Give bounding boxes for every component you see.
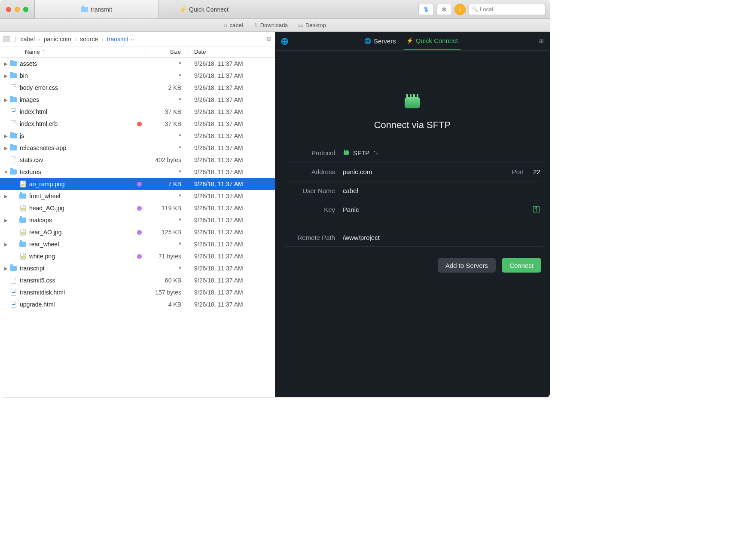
disk-icon[interactable] [3,36,10,42]
sync-button[interactable]: ⇅ [418,4,434,15]
expand-arrow-icon[interactable]: ▶ [3,61,9,66]
file-row[interactable]: white.png71 bytes9/26/18, 11:37 AM [0,250,275,262]
crumb-1[interactable]: panic.com [44,36,71,43]
downloads-icon: ⇩ [253,22,258,28]
file-row[interactable]: ▶js•9/26/18, 11:37 AM [0,130,275,142]
file-row[interactable]: ao_ramp.png7 KB9/26/18, 11:37 AM [0,178,275,190]
remote-tab-servers[interactable]: 🌐Servers [362,32,399,50]
file-row[interactable]: body-error.css2 KB9/26/18, 11:37 AM [0,82,275,94]
file-date: 9/26/18, 11:37 AM [189,181,275,187]
file-name: images [20,96,39,103]
svg-rect-4 [417,94,418,98]
expand-arrow-icon[interactable]: ▶ [3,98,9,102]
column-name[interactable]: Name˄ [0,46,146,57]
connect-button[interactable]: Connect [502,258,541,273]
crumb-3[interactable]: transmit [107,36,128,43]
file-row[interactable]: ▶releasenotes-app•9/26/18, 11:37 AM [0,142,275,154]
row-address: Address panic.com Port 22 [285,163,543,181]
minimize-window-button[interactable] [15,7,20,12]
tab-quick-connect[interactable]: ⚡ Quick Connect [159,0,249,18]
expand-arrow-icon[interactable]: ▶ [3,242,9,247]
file-row[interactable]: ▶assets•9/26/18, 11:37 AM [0,58,275,70]
svg-rect-8 [348,150,348,151]
file-name: white.png [29,253,55,260]
address-field[interactable]: panic.com Port 22 [343,168,543,175]
expand-arrow-icon[interactable]: ▶ [3,134,9,138]
crumb-0[interactable]: cabel [21,36,35,43]
file-row[interactable]: upgrade.html4 KB9/26/18, 11:37 AM [0,298,275,310]
file-size: • [146,72,189,79]
expand-arrow-icon[interactable]: ▶ [3,194,9,199]
file-size: • [146,96,189,103]
remotepath-field[interactable]: /www/project [343,234,543,241]
row-remotepath: Remote Path /www/project [285,228,543,247]
crumb-2[interactable]: source [80,36,98,43]
username-field[interactable]: cabel [343,187,543,194]
add-to-servers-button[interactable]: Add to Servers [438,258,496,273]
favorite-downloads[interactable]: ⇩Downloads [253,22,288,28]
file-date: 9/26/18, 11:37 AM [189,205,275,212]
favorite-desktop[interactable]: ▭Desktop [298,22,326,28]
close-window-button[interactable] [6,7,11,12]
svg-rect-1 [406,94,408,98]
expand-arrow-icon[interactable]: ▶ [3,218,9,223]
port-field[interactable]: 22 [533,168,540,175]
file-date: 9/26/18, 11:37 AM [189,289,275,296]
file-size: • [146,241,189,248]
connect-buttons: Add to Servers Connect [275,247,550,284]
file-row[interactable]: ▶matcaps•9/26/18, 11:37 AM [0,214,275,226]
file-row[interactable]: head_AO.jpg119 KB9/26/18, 11:37 AM [0,202,275,214]
file-row[interactable]: ▶images•9/26/18, 11:37 AM [0,94,275,106]
connect-title: Connect via SFTP [374,120,451,131]
list-header: Name˄ Size Date [0,46,275,58]
file-date: 9/26/18, 11:37 AM [189,72,275,79]
svg-rect-0 [405,97,420,108]
file-icon [9,84,17,91]
key-icon: ⚿ [533,205,540,214]
file-row[interactable]: ▶bin•9/26/18, 11:37 AM [0,70,275,82]
column-size[interactable]: Size [146,46,189,57]
file-date: 9/26/18, 11:37 AM [189,144,275,151]
tab-local[interactable]: transmit [34,0,159,18]
image-file-icon [19,181,27,187]
favorite-home[interactable]: ⌂cabel [224,22,243,28]
file-row[interactable]: transmitdisk.html157 bytes9/26/18, 11:37… [0,286,275,298]
svg-rect-6 [344,150,345,151]
expand-arrow-icon[interactable]: ▶ [3,266,9,271]
file-size: 2 KB [146,84,189,91]
chevron-down-icon[interactable]: ⌵ [131,36,134,42]
file-date: 9/26/18, 11:37 AM [189,132,275,139]
label-port: Port [512,168,524,175]
file-row[interactable]: index.html.erb37 KB9/26/18, 11:37 AM [0,118,275,130]
file-row[interactable]: stats.csv402 bytes9/26/18, 11:37 AM [0,154,275,166]
zoom-window-button[interactable] [23,7,28,12]
expand-arrow-icon[interactable]: ▶ [3,146,9,150]
file-size: 402 bytes [146,156,189,163]
activity-button[interactable]: ✱ [436,4,452,15]
expand-arrow-icon[interactable]: ▶ [3,74,9,78]
key-field[interactable]: Panic ⚿ [343,205,543,214]
file-size: • [146,144,189,151]
file-row[interactable]: ▶rear_wheel•9/26/18, 11:37 AM [0,238,275,250]
search-input[interactable]: Local [468,4,546,15]
protocol-selector[interactable]: SFTP ⌃⌄ [343,149,543,157]
file-row[interactable]: rear_AO.jpg125 KB9/26/18, 11:37 AM [0,226,275,238]
globe-icon[interactable]: 🌐 [281,38,288,45]
info-button[interactable]: i [454,4,466,15]
favorites-bar: ⌂cabel ⇩Downloads ▭Desktop [0,19,550,32]
remote-view-toggle[interactable]: ⊞ [539,38,544,44]
file-size: 60 KB [146,277,189,284]
file-row[interactable]: ▶front_wheel•9/26/18, 11:37 AM [0,190,275,202]
file-row[interactable]: ▶transcript•9/26/18, 11:37 AM [0,262,275,274]
folder-icon [9,61,17,66]
column-date[interactable]: Date [189,46,275,57]
file-name: releasenotes-app [20,144,66,151]
expand-arrow-icon[interactable]: ▼ [3,170,9,175]
file-row[interactable]: index.html37 KB9/26/18, 11:37 AM [0,106,275,118]
view-toggle-button[interactable]: ⊞ [267,36,271,42]
remote-tab-quick[interactable]: ⚡Quick Connect [404,32,460,50]
file-size: 37 KB [146,120,189,127]
remote-tabs: 🌐 🌐Servers ⚡Quick Connect ⊞ [275,32,550,51]
file-row[interactable]: transmit5.css60 KB9/26/18, 11:37 AM [0,274,275,286]
file-row[interactable]: ▼textures•9/26/18, 11:37 AM [0,166,275,178]
